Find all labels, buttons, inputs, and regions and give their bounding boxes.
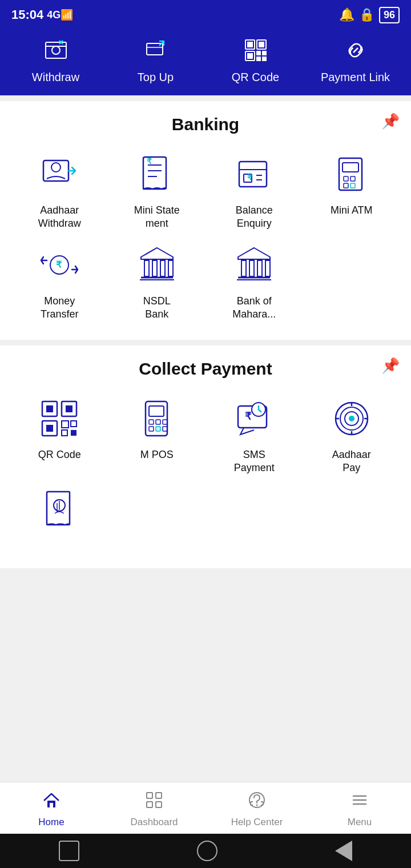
collect-sms-payment[interactable]: ₹ SMSPayment bbox=[208, 396, 300, 475]
bottom-nav-dashboard[interactable]: Dashboard bbox=[103, 790, 206, 828]
banking-row1: AadhaarWithdraw ₹ Mini Statement bbox=[14, 151, 397, 231]
lock-icon: 🔒 bbox=[359, 7, 374, 22]
nsdl-bank-label: NSDLBank bbox=[143, 295, 171, 322]
svg-marker-46 bbox=[238, 248, 270, 259]
collect-aadhaar-pay-label: AadhaarPay bbox=[332, 448, 371, 475]
svg-rect-65 bbox=[149, 420, 154, 424]
status-bar: 15:04 4G📶 🔔 🔒 96 bbox=[0, 0, 411, 30]
top-navigation: Withdraw Top Up bbox=[0, 30, 411, 95]
collect-receipt[interactable] bbox=[14, 486, 106, 539]
bottom-navigation: Home Dashboard Help Center bbox=[0, 782, 411, 834]
collect-mpos-label: M POS bbox=[140, 448, 174, 461]
banking-item-nsdl-bank[interactable]: NSDLBank bbox=[111, 242, 203, 322]
collect-mpos[interactable]: M POS bbox=[111, 396, 203, 475]
svg-rect-60 bbox=[71, 421, 76, 427]
svg-rect-15 bbox=[263, 51, 266, 55]
svg-rect-17 bbox=[263, 57, 266, 61]
paymentlink-icon bbox=[343, 38, 368, 66]
svg-rect-33 bbox=[344, 176, 348, 181]
nav-qrcode-label: QR Code bbox=[232, 71, 279, 84]
svg-rect-41 bbox=[152, 260, 157, 276]
svg-rect-48 bbox=[249, 260, 254, 276]
svg-point-1 bbox=[52, 46, 60, 54]
mini-statement-icon: ₹ bbox=[134, 151, 180, 197]
banking-item-mini-atm[interactable]: Mini ATM bbox=[306, 151, 398, 231]
banking-item-bank-of-mahara[interactable]: Bank ofMahara... bbox=[208, 242, 300, 322]
mini-atm-icon bbox=[329, 151, 374, 197]
svg-rect-87 bbox=[156, 802, 162, 807]
svg-point-77 bbox=[349, 416, 354, 421]
svg-rect-49 bbox=[257, 260, 262, 276]
balance-enquiry-icon: ₹ bbox=[231, 151, 277, 197]
collect-payment-row1: QR Code M POS bbox=[14, 396, 397, 475]
collect-payment-row2 bbox=[14, 486, 397, 539]
help-center-icon bbox=[247, 790, 267, 814]
svg-rect-66 bbox=[156, 420, 160, 424]
svg-rect-85 bbox=[156, 793, 162, 798]
bottom-nav-help-center[interactable]: Help Center bbox=[206, 790, 308, 828]
nav-topup[interactable]: Top Up bbox=[106, 38, 206, 84]
banking-item-money-transfer[interactable]: ₹ MoneyTransfer bbox=[14, 242, 106, 322]
nav-paymentlink[interactable]: Payment Link bbox=[305, 38, 405, 84]
bottom-nav-home[interactable]: Home bbox=[0, 790, 103, 828]
android-system-bar bbox=[0, 834, 411, 868]
collect-qr-code-label: QR Code bbox=[38, 448, 81, 461]
svg-text:₹: ₹ bbox=[245, 411, 252, 422]
banking-title: Banking bbox=[14, 115, 397, 134]
collect-sms-payment-icon: ₹ bbox=[231, 396, 277, 441]
svg-rect-9 bbox=[248, 42, 252, 47]
banking-item-aadhaar-withdraw[interactable]: AadhaarWithdraw bbox=[14, 151, 106, 231]
svg-rect-32 bbox=[342, 163, 358, 172]
svg-point-19 bbox=[51, 163, 61, 172]
dashboard-icon bbox=[144, 790, 164, 814]
signal-icon: 4G📶 bbox=[47, 9, 73, 21]
bottom-nav-menu[interactable]: Menu bbox=[308, 790, 411, 828]
banking-pin-icon[interactable]: 📌 bbox=[381, 112, 400, 130]
android-home-btn[interactable] bbox=[197, 841, 217, 861]
nav-withdraw[interactable]: Withdraw bbox=[6, 38, 106, 84]
svg-text:₹: ₹ bbox=[56, 260, 62, 270]
svg-rect-42 bbox=[160, 260, 165, 276]
nsdl-bank-icon bbox=[134, 242, 180, 288]
android-back-btn[interactable] bbox=[335, 841, 352, 861]
android-recent-btn[interactable] bbox=[59, 841, 79, 861]
svg-rect-86 bbox=[147, 802, 152, 807]
qrcode-icon bbox=[243, 38, 268, 66]
nav-paymentlink-label: Payment Link bbox=[321, 71, 390, 84]
svg-marker-39 bbox=[141, 248, 173, 259]
mini-statement-label: Mini Statement bbox=[134, 204, 180, 231]
aadhaar-withdraw-label: AadhaarWithdraw bbox=[38, 204, 81, 231]
svg-text:₹: ₹ bbox=[247, 173, 252, 182]
nav-topup-label: Top Up bbox=[138, 71, 174, 84]
withdraw-icon bbox=[43, 38, 68, 66]
svg-rect-67 bbox=[149, 427, 154, 431]
svg-text:₹: ₹ bbox=[147, 156, 152, 166]
topup-icon bbox=[143, 38, 168, 66]
collect-receipt-icon bbox=[37, 486, 82, 532]
mini-atm-label: Mini ATM bbox=[331, 204, 373, 217]
money-transfer-icon: ₹ bbox=[37, 242, 82, 288]
collect-sms-payment-label: SMSPayment bbox=[234, 448, 275, 475]
bottom-nav-dashboard-label: Dashboard bbox=[130, 817, 178, 828]
battery-display: 96 bbox=[379, 7, 400, 23]
banking-item-mini-statement[interactable]: ₹ Mini Statement bbox=[111, 151, 203, 231]
nav-qrcode[interactable]: QR Code bbox=[206, 38, 305, 84]
banking-row2: ₹ MoneyTransfer NSDLBank bbox=[14, 242, 397, 322]
status-right: 🔔 🔒 96 bbox=[339, 7, 400, 23]
svg-rect-62 bbox=[71, 430, 76, 436]
home-icon bbox=[42, 790, 61, 814]
bank-of-mahara-icon bbox=[231, 242, 277, 288]
collect-payment-section: 📌 Collect Payment QR Code bbox=[0, 345, 411, 569]
collect-payment-title: Collect Payment bbox=[14, 359, 397, 379]
collect-aadhaar-pay-icon bbox=[329, 396, 374, 441]
collect-aadhaar-pay[interactable]: AadhaarPay bbox=[306, 396, 398, 475]
svg-point-89 bbox=[256, 805, 258, 806]
svg-rect-68 bbox=[156, 427, 160, 431]
collect-mpos-icon bbox=[134, 396, 180, 441]
collect-payment-pin-icon[interactable]: 📌 bbox=[381, 357, 400, 375]
banking-item-balance-enquiry[interactable]: ₹ BalanceEnquiry bbox=[208, 151, 300, 231]
svg-rect-11 bbox=[259, 42, 264, 47]
svg-rect-35 bbox=[344, 183, 348, 188]
bottom-nav-home-label: Home bbox=[38, 817, 64, 828]
collect-qr-code[interactable]: QR Code bbox=[14, 396, 106, 475]
